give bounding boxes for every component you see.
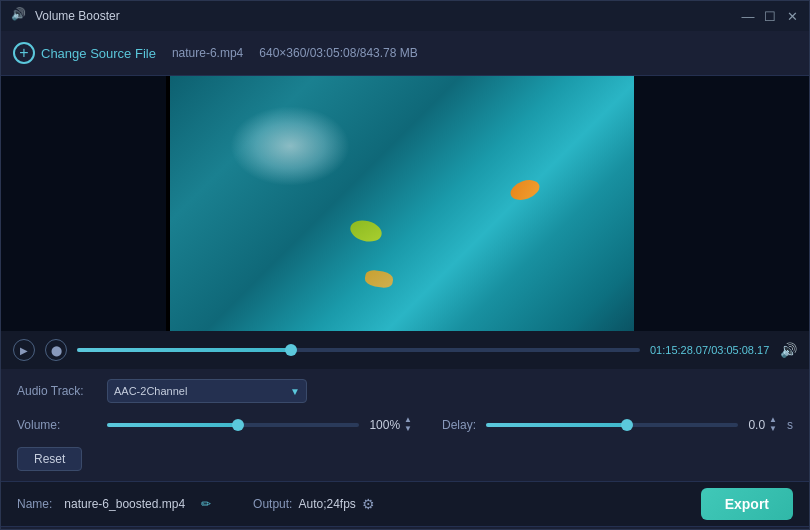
file-info: nature-6.mp4 640×360/03:05:08/843.78 MB (172, 46, 418, 60)
black-bar-left (1, 76, 166, 331)
change-source-label: Change Source File (41, 46, 156, 61)
title-bar-title: Volume Booster (35, 9, 120, 23)
delay-slider-handle[interactable] (621, 419, 633, 431)
volume-slider[interactable] (107, 423, 359, 427)
output-value: Auto;24fps (298, 497, 355, 511)
delay-slider[interactable] (486, 423, 738, 427)
name-label: Name: (17, 497, 52, 511)
reset-button[interactable]: Reset (17, 447, 82, 471)
volume-value: 100% (369, 418, 400, 432)
delay-label: Delay: (442, 418, 476, 432)
delay-value-display: 0.0 ▲ ▼ (748, 416, 777, 434)
volume-spinners[interactable]: ▲ ▼ (404, 416, 412, 434)
play-button[interactable]: ▶ (13, 339, 35, 361)
volume-value-display: 100% ▲ ▼ (369, 416, 412, 434)
volume-icon[interactable]: 🔊 (780, 342, 797, 358)
save-row: Save to: D:\Eassiy\Eassiy Video ...Ultim… (1, 526, 809, 530)
stop-button[interactable]: ⬤ (45, 339, 67, 361)
output-file-name: nature-6_boosted.mp4 (64, 497, 185, 511)
seek-bar-fill (77, 348, 291, 352)
settings-panel: Audio Track: AAC-2Channel ▼ Volume: 100%… (1, 369, 809, 481)
volume-down-btn[interactable]: ▼ (404, 425, 412, 434)
minimize-button[interactable]: — (741, 9, 755, 23)
volume-slider-fill (107, 423, 238, 427)
delay-unit: s (787, 418, 793, 432)
change-source-button[interactable]: + Change Source File (13, 42, 156, 64)
controls-bar: ▶ ⬤ 01:15:28.07/03:05:08.17 🔊 (1, 331, 809, 369)
file-name: nature-6.mp4 (172, 46, 243, 60)
volume-slider-handle[interactable] (232, 419, 244, 431)
app-icon: 🔊 (11, 7, 29, 25)
black-bar-right (634, 76, 809, 331)
audio-track-label: Audio Track: (17, 384, 97, 398)
select-arrow-icon: ▼ (290, 386, 300, 397)
video-frame (170, 76, 640, 331)
ocean-background (170, 76, 640, 331)
audio-track-select[interactable]: AAC-2Channel ▼ (107, 379, 307, 403)
plus-circle-icon: + (13, 42, 35, 64)
reset-row: Reset (17, 445, 793, 473)
toolbar: + Change Source File nature-6.mp4 640×36… (1, 31, 809, 76)
output-label: Output: (253, 497, 292, 511)
volume-row: Volume: 100% ▲ ▼ Delay: 0.0 ▲ ▼ s (17, 411, 793, 439)
output-group: Output: Auto;24fps ⚙ (253, 496, 375, 512)
delay-slider-fill (486, 423, 627, 427)
volume-label: Volume: (17, 418, 97, 432)
seek-bar[interactable] (77, 348, 640, 352)
audio-track-row: Audio Track: AAC-2Channel ▼ (17, 377, 793, 405)
delay-value: 0.0 (748, 418, 765, 432)
bottom-bar: Name: nature-6_boosted.mp4 ✏ Output: Aut… (1, 481, 809, 526)
title-bar-left: 🔊 Volume Booster (11, 7, 120, 25)
edit-icon[interactable]: ✏ (201, 497, 211, 511)
title-bar: 🔊 Volume Booster — ☐ ✕ (1, 1, 809, 31)
maximize-button[interactable]: ☐ (763, 9, 777, 23)
gear-icon[interactable]: ⚙ (362, 496, 375, 512)
delay-down-btn[interactable]: ▼ (769, 425, 777, 434)
title-bar-controls: — ☐ ✕ (741, 9, 799, 23)
video-area (1, 76, 809, 331)
delay-spinners[interactable]: ▲ ▼ (769, 416, 777, 434)
audio-track-value: AAC-2Channel (114, 385, 187, 397)
close-button[interactable]: ✕ (785, 9, 799, 23)
time-display: 01:15:28.07/03:05:08.17 (650, 344, 770, 356)
water-highlight (230, 106, 350, 186)
seek-handle[interactable] (285, 344, 297, 356)
file-metadata: 640×360/03:05:08/843.78 MB (259, 46, 417, 60)
export-button[interactable]: Export (701, 488, 793, 520)
